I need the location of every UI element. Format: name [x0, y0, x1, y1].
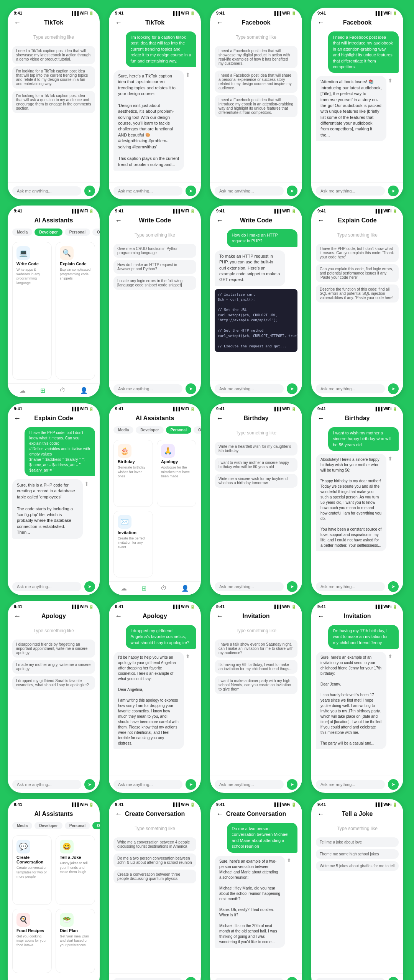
share-icon[interactable]: ⬆	[388, 455, 393, 462]
nav-home[interactable]: ☁	[121, 585, 127, 592]
prompt-item[interactable]: Write me 5 jokes about giraffes for me t…	[316, 861, 399, 871]
prompt-item[interactable]: I have a talk show event on Saturday nig…	[215, 640, 297, 658]
chat-input[interactable]	[12, 780, 81, 789]
nav-history[interactable]: ⏱	[59, 387, 66, 394]
prompt-item[interactable]: Write me a conversation between 4 people…	[113, 837, 196, 851]
share-icon[interactable]: ⬆	[186, 653, 190, 659]
back-button[interactable]: ←	[216, 810, 223, 818]
nav-history[interactable]: ⏱	[161, 585, 167, 592]
nav-grid[interactable]: ⊞	[40, 387, 45, 394]
prompt-item[interactable]: Give me a CRUD function in Python progra…	[113, 244, 196, 258]
back-button[interactable]: ←	[14, 612, 21, 620]
send-button[interactable]: ➤	[388, 977, 399, 980]
prompt-item[interactable]: Theme me some high school jokes	[316, 849, 399, 859]
back-button[interactable]: ←	[317, 612, 324, 620]
tab-developer[interactable]: Developer	[136, 426, 163, 434]
prompt-item[interactable]: I dropped my girlfriend Sarah's favorite…	[12, 676, 95, 690]
send-button[interactable]: ➤	[84, 581, 95, 592]
card-diet-plan[interactable]: 🥗 Diet Plan Get your meal plan and start…	[56, 909, 95, 973]
chat-input[interactable]	[215, 978, 284, 980]
back-button[interactable]: ←	[14, 19, 21, 27]
chat-input[interactable]	[215, 384, 284, 393]
card-explain-code[interactable]: 🔍 Explain Code Explain complicated progr…	[56, 242, 95, 380]
back-button[interactable]: ←	[317, 810, 324, 818]
chat-input[interactable]	[316, 978, 385, 980]
prompt-item[interactable]: I made my mother angry, write me a since…	[12, 660, 95, 674]
back-button[interactable]: ←	[216, 612, 223, 620]
send-button[interactable]: ➤	[287, 186, 297, 196]
prompt-item[interactable]: I need a TikTok caption post idea that w…	[12, 46, 95, 64]
chat-input[interactable]	[316, 582, 385, 591]
tab-developer[interactable]: Developer	[34, 229, 62, 236]
chat-input[interactable]	[215, 582, 284, 591]
card-apology[interactable]: 🙏 Apology Apologize for the mistakes tha…	[157, 440, 196, 507]
tab-others[interactable]: Others	[92, 229, 100, 236]
tab-personal[interactable]: Personal	[65, 229, 90, 236]
send-button[interactable]: ➤	[287, 383, 297, 394]
chat-input[interactable]	[316, 384, 385, 393]
prompt-item[interactable]: Tell me a joke about love	[316, 837, 399, 847]
back-button[interactable]: ←	[317, 19, 324, 27]
card-food-recipes[interactable]: 🍳 Food Recipes Get you cooking inspirati…	[12, 909, 52, 973]
send-button[interactable]: ➤	[186, 779, 196, 790]
prompt-item[interactable]: Write me a sincere wish for my boyfriend…	[215, 474, 297, 488]
tab-media[interactable]: Media	[12, 822, 32, 829]
chat-input[interactable]	[215, 186, 284, 196]
back-button[interactable]: ←	[115, 19, 122, 27]
card-birthday[interactable]: 🎂 Birthday Generate birthday wishes for …	[113, 440, 153, 507]
nav-home[interactable]: ☁	[20, 387, 26, 394]
send-button[interactable]: ➤	[84, 779, 95, 790]
send-button[interactable]: ➤	[186, 383, 196, 394]
back-button[interactable]: ←	[216, 414, 223, 423]
send-button[interactable]: ➤	[388, 779, 399, 790]
send-button[interactable]: ➤	[186, 977, 196, 980]
chat-input[interactable]	[316, 186, 385, 196]
prompt-item[interactable]: I'm looking for a TikTok caption post id…	[12, 66, 95, 89]
back-button[interactable]: ←	[216, 19, 223, 27]
chat-input[interactable]	[113, 384, 182, 393]
prompt-item[interactable]: I want to make a dinner party with my hi…	[215, 676, 297, 694]
send-button[interactable]: ➤	[388, 581, 399, 592]
back-button[interactable]: ←	[14, 414, 21, 423]
prompt-item[interactable]: Can you explain this code, find logic er…	[316, 264, 399, 282]
card-write-code[interactable]: 💻 Write Code Write apps & websites in an…	[12, 242, 52, 380]
share-icon[interactable]: ⬆	[186, 72, 190, 78]
prompt-item[interactable]: I need a Facebook post idea that will in…	[215, 95, 297, 117]
send-button[interactable]: ➤	[287, 779, 297, 790]
card-tell-joke[interactable]: 😄 Tell a Joke Funny jokes to tell your f…	[56, 835, 95, 905]
prompt-item[interactable]: I disappointed friends by forgetting an …	[12, 640, 95, 658]
send-button[interactable]: ➤	[388, 383, 399, 394]
share-icon[interactable]: ⬆	[84, 481, 89, 487]
tab-others[interactable]: Others	[92, 822, 100, 829]
back-button[interactable]: ←	[115, 810, 122, 818]
back-button[interactable]: ←	[115, 217, 122, 225]
nav-profile[interactable]: 👤	[181, 585, 189, 592]
share-icon[interactable]: ⬆	[388, 653, 393, 659]
tab-personal[interactable]: Personal	[166, 426, 191, 434]
tab-developer[interactable]: Developer	[34, 822, 62, 829]
prompt-item[interactable]: I need a Facebook post idea that will sh…	[215, 71, 297, 93]
card-create-conversation[interactable]: 💬 Create Conversation Create conversatio…	[12, 835, 52, 905]
chat-input[interactable]	[12, 582, 81, 591]
chat-input[interactable]	[113, 186, 182, 196]
back-button[interactable]: ←	[317, 414, 324, 423]
prompt-item[interactable]: How do I make an HTTP request in Javascr…	[113, 260, 196, 274]
send-button[interactable]: ➤	[388, 186, 399, 196]
tab-media[interactable]: Media	[113, 426, 133, 434]
prompt-item[interactable]: Do me a two person conversation between …	[113, 853, 196, 867]
nav-grid[interactable]: ⊞	[141, 585, 146, 592]
chat-input[interactable]	[113, 780, 182, 789]
tab-personal[interactable]: Personal	[65, 822, 90, 829]
card-invitation[interactable]: ✉️ Invitation Create the perfect invitat…	[113, 511, 153, 578]
prompt-item[interactable]: Its having my 6th birthday, I want to ma…	[215, 660, 297, 674]
prompt-item[interactable]: Create a conversation between three peop…	[113, 870, 196, 883]
prompt-item[interactable]: I have the PHP code, but I don't know wh…	[316, 244, 399, 262]
back-button[interactable]: ←	[317, 217, 324, 225]
back-button[interactable]: ←	[216, 217, 223, 225]
send-button[interactable]: ➤	[287, 581, 297, 592]
prompt-item[interactable]: Locate any logic errors in the following…	[113, 276, 196, 290]
prompt-item[interactable]: I want to wish my mother a sincere happy…	[215, 458, 297, 472]
chat-input[interactable]	[316, 780, 385, 789]
tab-media[interactable]: Media	[12, 229, 32, 236]
send-button[interactable]: ➤	[84, 186, 95, 196]
